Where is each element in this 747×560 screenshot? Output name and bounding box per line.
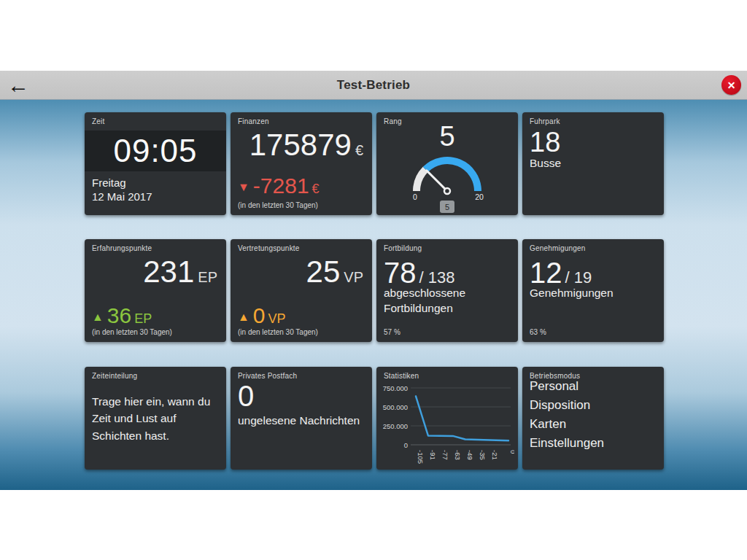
triangle-up-icon: ▲	[92, 311, 104, 323]
title-bar: ← Test-Betrieb ✕	[0, 71, 747, 100]
training-label: abgeschlossene Fortbildungen	[384, 286, 509, 316]
training-total: / 138	[419, 268, 455, 287]
svg-text:-21: -21	[491, 450, 499, 460]
permit-total: / 19	[565, 268, 592, 287]
tile-finanzen[interactable]: Finanzen 175879€ ▼-7281€ (in den letzten…	[231, 112, 372, 215]
svg-text:20: 20	[475, 192, 484, 201]
tile-title: Statistiken	[384, 372, 419, 380]
bus-count: 18	[530, 128, 560, 156]
permit-progress: 12/ 19	[530, 258, 592, 287]
menu-item-karten[interactable]: Karten	[530, 415, 604, 434]
triangle-down-icon: ▼	[238, 181, 249, 193]
xp-value: 231EP	[143, 257, 217, 287]
statistics-chart-svg: 0250.000500.000750.000-105-91-77-63-49-3…	[380, 381, 514, 469]
tile-title: Erfahrungspunkte	[92, 244, 152, 252]
currency-unit: €	[355, 142, 363, 158]
svg-text:0: 0	[404, 441, 408, 449]
xp-delta: ▲36EP	[92, 305, 152, 327]
svg-text:-49: -49	[466, 450, 474, 460]
unread-count: 0	[238, 381, 254, 411]
permit-percent: 63 %	[530, 328, 546, 336]
balance-delta: ▼-7281€	[238, 175, 320, 197]
app-window: ← Test-Betrieb ✕ Zeit 09:05 Freitag 12 M…	[0, 0, 747, 560]
close-icon: ✕	[727, 79, 736, 91]
tile-title: Vertretungspunkte	[238, 244, 300, 252]
tile-vertretungspunkte[interactable]: Vertretungspunkte 25VP ▲0VP (in den letz…	[231, 239, 372, 342]
balance-value: 175879€	[249, 130, 363, 160]
svg-text:0: 0	[509, 450, 514, 454]
period-note: (in den letzten 30 Tagen)	[238, 201, 318, 209]
tile-title: Genehmigungen	[530, 244, 586, 252]
tile-title: Zeit	[92, 117, 104, 125]
permit-label: Genehmigungen	[530, 286, 655, 301]
dashboard-background: Zeit 09:05 Freitag 12 Mai 2017 Finanzen …	[0, 100, 747, 490]
vp-value: 25VP	[306, 257, 363, 287]
tile-title: Privates Postfach	[238, 372, 297, 380]
triangle-up-icon: ▲	[238, 311, 249, 323]
period-note: (in den letzten 30 Tagen)	[238, 328, 318, 336]
tile-title: Fortbildung	[384, 244, 422, 252]
svg-text:500.000: 500.000	[383, 403, 408, 411]
svg-text:750.000: 750.000	[383, 384, 408, 392]
tile-title: Finanzen	[238, 117, 269, 125]
date-label: 12 Mai 2017	[92, 190, 152, 203]
tile-zeiteinteilung[interactable]: Zeiteinteilung Trage hier ein, wann du Z…	[85, 367, 226, 470]
page-title: Test-Betrieb	[0, 71, 747, 100]
weekday-label: Freitag	[92, 176, 126, 189]
svg-text:-91: -91	[429, 450, 437, 460]
rank-value: 5	[376, 122, 518, 150]
tile-title: Fuhrpark	[530, 117, 560, 125]
tile-fortbildung[interactable]: Fortbildung 78/ 138 abgeschlossene Fortb…	[376, 239, 518, 342]
tile-betriebsmodus[interactable]: Betriebsmodus Personal Disposition Karte…	[522, 367, 664, 470]
tile-postfach[interactable]: Privates Postfach 0 ungelesene Nachricht…	[231, 367, 372, 470]
menu-item-personal[interactable]: Personal	[530, 377, 604, 396]
svg-text:-63: -63	[454, 450, 462, 460]
bus-count-label: Busse	[530, 156, 655, 171]
tile-rang[interactable]: Rang 5 020 5	[376, 112, 518, 215]
close-button[interactable]: ✕	[721, 75, 741, 95]
period-note: (in den letzten 30 Tagen)	[92, 328, 172, 336]
tile-zeit[interactable]: Zeit 09:05 Freitag 12 Mai 2017	[85, 112, 226, 215]
currency-unit: €	[312, 182, 320, 196]
mode-menu: Personal Disposition Karten Einstellunge…	[530, 377, 604, 453]
tile-fuhrpark[interactable]: Fuhrpark 18 Busse	[522, 112, 664, 215]
svg-text:0: 0	[413, 192, 417, 201]
tile-genehmigungen[interactable]: Genehmigungen 12/ 19 Genehmigungen 63 %	[522, 239, 664, 342]
training-progress: 78/ 138	[384, 258, 454, 287]
vp-delta: ▲0VP	[238, 305, 286, 327]
svg-text:250.000: 250.000	[383, 422, 408, 430]
training-percent: 57 %	[384, 328, 400, 336]
menu-item-einstellungen[interactable]: Einstellungen	[530, 434, 604, 453]
svg-text:-35: -35	[479, 450, 487, 460]
clock-display: 09:05	[85, 131, 226, 171]
vp-unit: VP	[344, 269, 363, 285]
rank-badge: 5	[440, 201, 454, 213]
schedule-hint-text: Trage hier ein, wann du Zeit und Lust au…	[92, 393, 217, 444]
vp-unit: VP	[268, 311, 286, 326]
menu-item-disposition[interactable]: Disposition	[530, 396, 604, 415]
svg-text:-77: -77	[441, 450, 449, 460]
tile-statistiken[interactable]: Statistiken 0250.000500.000750.000-105-9…	[376, 367, 518, 470]
rank-gauge-svg: 020	[396, 153, 498, 201]
xp-unit: EP	[134, 311, 152, 326]
svg-text:-105: -105	[417, 450, 425, 464]
tile-title: Zeiteinteilung	[92, 372, 137, 380]
tile-erfahrungspunkte[interactable]: Erfahrungspunkte 231EP ▲36EP (in den let…	[85, 239, 226, 342]
unread-label: ungelesene Nachrichten	[238, 413, 363, 429]
xp-unit: EP	[198, 269, 217, 285]
